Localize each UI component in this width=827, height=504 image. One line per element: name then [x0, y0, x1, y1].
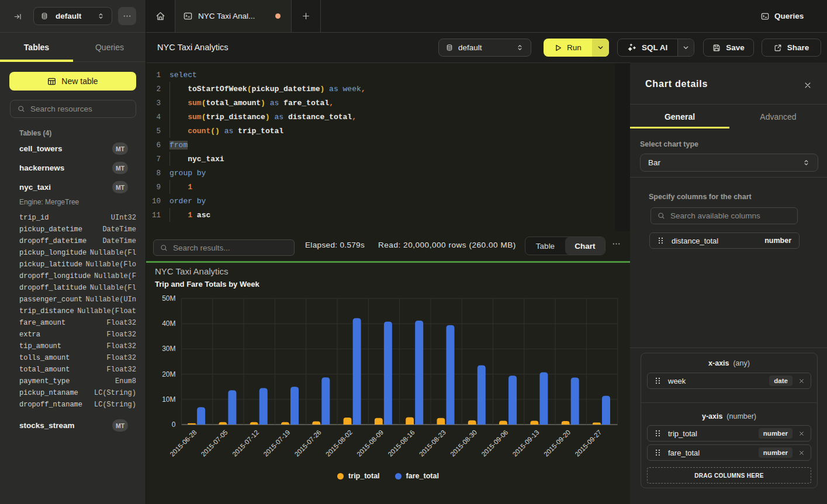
svg-text:2015-09-27: 2015-09-27 — [573, 429, 603, 458]
svg-text:2015-08-23: 2015-08-23 — [418, 429, 447, 458]
svg-text:2015-07-19: 2015-07-19 — [262, 429, 291, 458]
svg-text:10M: 10M — [162, 395, 175, 404]
svg-text:20M: 20M — [162, 370, 175, 378]
svg-text:50M: 50M — [162, 294, 175, 303]
svg-text:2015-06-28: 2015-06-28 — [169, 429, 198, 458]
svg-text:2015-08-30: 2015-08-30 — [449, 429, 478, 458]
svg-text:2015-08-02: 2015-08-02 — [324, 429, 354, 458]
svg-text:0: 0 — [172, 420, 176, 429]
svg-text:2015-07-12: 2015-07-12 — [231, 429, 260, 458]
svg-text:2015-07-05: 2015-07-05 — [200, 429, 229, 458]
svg-text:2015-08-09: 2015-08-09 — [355, 429, 385, 458]
svg-text:2015-08-16: 2015-08-16 — [387, 429, 416, 458]
svg-text:2015-07-26: 2015-07-26 — [293, 429, 323, 458]
svg-text:30M: 30M — [162, 345, 175, 353]
svg-text:2015-09-06: 2015-09-06 — [480, 429, 509, 458]
svg-text:2015-09-13: 2015-09-13 — [511, 429, 541, 458]
svg-text:40M: 40M — [162, 319, 175, 328]
svg-text:2015-09-20: 2015-09-20 — [542, 429, 572, 458]
